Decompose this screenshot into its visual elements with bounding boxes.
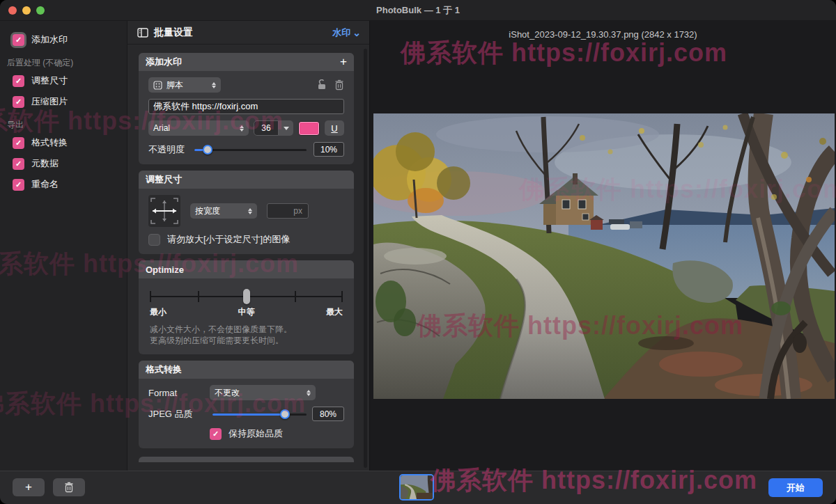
section-header: 格式转换: [139, 361, 354, 379]
resize-mode-dropdown[interactable]: 按宽度: [190, 203, 257, 219]
batch-settings-panel: 批量设置 水印 ⌄ 添加水印 +: [127, 21, 370, 471]
sidebar-item-compress[interactable]: ✓ 压缩图片: [0, 91, 127, 112]
section-header: Optimize: [139, 260, 354, 278]
section-header: 调整尺寸: [139, 171, 354, 189]
optimize-max-label: 最大: [326, 306, 343, 318]
watermark-type-value: 脚本: [167, 79, 183, 91]
keep-quality-checkbox[interactable]: ✓: [210, 428, 222, 440]
sidebar-item-rename[interactable]: ✓ 重命名: [0, 174, 127, 195]
minimize-window-button[interactable]: [22, 6, 31, 15]
image-thumbnail-selected[interactable]: [399, 474, 434, 501]
color-swatch[interactable]: [298, 121, 320, 136]
section-title: 添加水印: [146, 56, 182, 68]
section-optimize: Optimize 最小 中等 最大: [139, 260, 354, 354]
sidebar-item-label: 调整尺寸: [31, 74, 68, 87]
opacity-value[interactable]: 10%: [314, 142, 344, 157]
checkbox-checked-icon[interactable]: ✓: [13, 179, 24, 191]
font-size-stepper[interactable]: 36: [254, 120, 293, 136]
no-upscale-label: 请勿放大[小于设定尺寸]的图像: [167, 233, 290, 246]
checkbox-checked-icon[interactable]: ✓: [13, 137, 24, 149]
section-add-watermark: 添加水印 + 脚本: [139, 53, 354, 164]
optimize-labels: 最小 中等 最大: [150, 306, 343, 318]
checkbox-checked-icon[interactable]: ✓: [13, 75, 24, 87]
font-value: Arial: [153, 123, 170, 133]
sidebar-item-label: 元数据: [31, 157, 59, 170]
zoom-window-button[interactable]: [36, 6, 45, 15]
sidebar-item-label: 重命名: [31, 178, 59, 191]
panel-title: 批量设置: [154, 26, 193, 39]
section-format: 格式转换 Format 不更改 JPEG 品质: [139, 361, 354, 448]
script-icon: [153, 81, 162, 90]
section-title: Optimize: [146, 265, 184, 275]
thumbnail-image: [401, 475, 433, 499]
resize-mode-value: 按宽度: [195, 205, 220, 217]
section-resize: 调整尺寸 按宽度: [139, 171, 354, 254]
updown-icon: [212, 82, 216, 88]
updown-icon: [240, 125, 244, 132]
preview-photo: [373, 113, 835, 399]
checkbox-checked-icon[interactable]: ✓: [13, 158, 24, 170]
font-size-value: 36: [254, 120, 279, 136]
next-section-partial: [139, 457, 354, 462]
titlebar: PhotoBulk — 1 于 1: [0, 0, 836, 21]
updown-icon: [307, 390, 311, 396]
add-images-button[interactable]: +: [13, 478, 45, 496]
sidebar-item-label: 格式转换: [31, 136, 68, 149]
format-value: 不更改: [215, 387, 240, 399]
trash-icon[interactable]: [334, 79, 344, 90]
resize-px-input[interactable]: [267, 203, 309, 219]
window-title: PhotoBulk — 1 于 1: [376, 4, 460, 17]
sidebar-section-export: 导出: [0, 112, 127, 132]
sidebar-item-add-watermark[interactable]: ✓ 添加水印: [0, 29, 127, 50]
sidebar-item-format[interactable]: ✓ 格式转换: [0, 132, 127, 153]
underline-button[interactable]: U: [325, 120, 344, 136]
panel-scrollbar[interactable]: [364, 49, 367, 468]
optimize-description: 减小文件大小，不会使图像质量下降。 更高级别的压缩可能需要更长时间。: [150, 324, 343, 354]
chevron-down-icon[interactable]: [279, 120, 293, 136]
checkbox-checked-icon[interactable]: ✓: [13, 96, 24, 108]
section-title: 调整尺寸: [146, 173, 182, 186]
sidebar: ✓ 添加水印 后置处理 (不确定) ✓ 调整尺寸 ✓ 压缩图片 导出 ✓ 格式转…: [0, 21, 127, 471]
sidebar-item-metadata[interactable]: ✓ 元数据: [0, 153, 127, 174]
slider-thumb[interactable]: [243, 289, 250, 304]
unlock-icon[interactable]: [316, 79, 327, 90]
checkbox-checked-icon[interactable]: ✓: [13, 34, 24, 46]
trash-icon: [64, 482, 74, 493]
watermark-text-input[interactable]: [148, 99, 344, 114]
panel-header: 批量设置 水印 ⌄: [127, 21, 369, 45]
photobulk-window: PhotoBulk — 1 于 1 ✓ 添加水印 后置处理 (不确定) ✓ 调整…: [0, 0, 836, 504]
sidebar-item-label: 添加水印: [31, 33, 68, 46]
opacity-label: 不透明度: [148, 143, 185, 156]
keep-quality-label: 保持原始品质: [229, 427, 283, 440]
sidebar-item-resize[interactable]: ✓ 调整尺寸: [0, 70, 127, 91]
section-title: 格式转换: [146, 363, 182, 376]
optimize-mid-label: 中等: [238, 306, 255, 318]
remove-images-button[interactable]: [53, 478, 85, 496]
jpeg-quality-value[interactable]: 80%: [312, 407, 344, 421]
jpeg-quality-slider[interactable]: [212, 409, 307, 419]
jpeg-quality-label: JPEG 品质: [148, 408, 207, 420]
resize-dimensions-icon: [148, 195, 180, 227]
preview-pane: iShot_2023-09-12_19.30.37.png (2842 x 17…: [370, 21, 836, 471]
format-dropdown[interactable]: 不更改: [210, 385, 316, 400]
opacity-slider[interactable]: [194, 145, 307, 155]
footer-toolbar: + 开始: [0, 471, 836, 504]
sidebar-section-postprocess: 后置处理 (不确定): [0, 50, 127, 70]
optimize-level-slider[interactable]: [150, 288, 343, 305]
font-dropdown[interactable]: Arial: [148, 120, 249, 136]
no-upscale-checkbox[interactable]: [148, 234, 160, 246]
updown-icon: [248, 208, 252, 214]
batch-settings-icon: [137, 27, 148, 38]
sidebar-item-label: 压缩图片: [31, 95, 68, 108]
format-label: Format: [148, 388, 210, 398]
start-button[interactable]: 开始: [768, 478, 823, 497]
preset-dropdown[interactable]: 水印 ⌄: [332, 26, 361, 39]
preview-filename: iShot_2023-09-12_19.30.37.png (2842 x 17…: [370, 21, 836, 40]
add-watermark-layer-button[interactable]: +: [340, 55, 347, 69]
watermark-type-dropdown[interactable]: 脚本: [148, 77, 221, 93]
chevron-down-icon: ⌄: [353, 30, 361, 36]
close-window-button[interactable]: [8, 6, 17, 15]
panel-scroll-area: 添加水印 + 脚本: [127, 45, 369, 462]
section-header: 添加水印 +: [139, 53, 354, 71]
optimize-min-label: 最小: [150, 306, 167, 318]
